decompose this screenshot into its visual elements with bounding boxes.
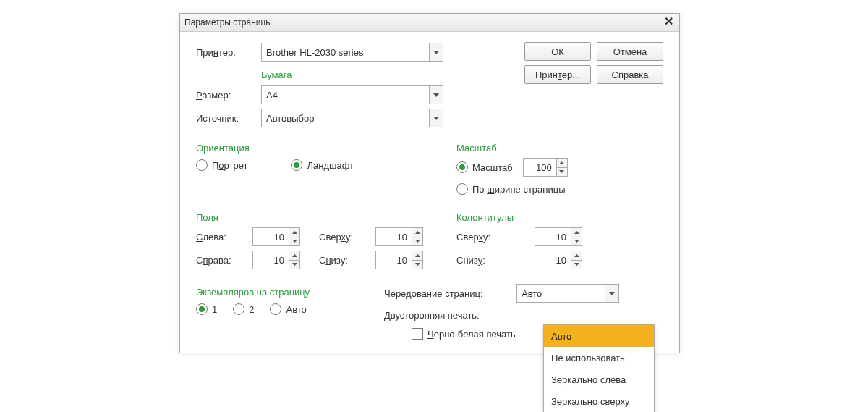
margin-right-label: Справа: [196, 255, 247, 266]
portrait-label: Портрет [212, 160, 247, 171]
help-button[interactable]: Справка [597, 65, 663, 84]
printer-value: Brother HL-2030 series [262, 43, 429, 61]
fit-width-radio[interactable]: По ширине страницы [456, 183, 566, 195]
titlebar: Параметры страницы ✕ [180, 14, 679, 32]
size-value: A4 [262, 86, 429, 104]
spin-up-icon[interactable] [571, 251, 582, 260]
size-label: Размер: [196, 90, 261, 101]
copies-2-radio[interactable]: 2 [233, 303, 254, 315]
dialog-title: Параметры страницы [184, 17, 662, 28]
spin-down-icon[interactable] [571, 237, 582, 246]
spin-down-icon[interactable] [571, 260, 582, 269]
margins-heading: Поля [196, 212, 456, 223]
dropdown-option-auto[interactable]: Авто [544, 325, 654, 347]
source-value: Автовыбор [262, 109, 429, 127]
bw-checkbox[interactable]: Черно-белая печать [412, 328, 516, 340]
alternation-value: Авто [517, 285, 605, 302]
alternation-combo[interactable]: Авто [516, 284, 619, 303]
scale-spin-up[interactable] [557, 159, 567, 167]
margin-left-label: Слева: [196, 232, 247, 243]
size-combo-dropdown[interactable] [429, 86, 443, 104]
spin-down-icon[interactable] [289, 260, 299, 269]
printer-combo-dropdown[interactable] [429, 43, 443, 61]
copies-1-radio[interactable]: 1 [196, 303, 217, 315]
printer-settings-button[interactable]: Принтер... [524, 65, 591, 84]
landscape-label: Ландшафт [307, 160, 354, 171]
orientation-landscape-radio[interactable]: Ландшафт [291, 159, 354, 171]
scale-heading: Масштаб [456, 143, 568, 154]
header-bottom-label: Снизу: [456, 255, 507, 266]
margin-right-input[interactable]: 10 [252, 251, 300, 269]
spin-up-icon[interactable] [571, 228, 582, 237]
spin-down-icon[interactable] [289, 237, 299, 246]
checkbox-box-icon [412, 328, 423, 340]
alternation-dropdown-list: Авто Не использовать Зеркально слева Зер… [543, 324, 655, 412]
scale-value: 100 [524, 159, 556, 176]
ok-button[interactable]: ОК [524, 42, 591, 61]
duplex-label: Двусторонняя печать: [384, 310, 511, 321]
copies-1-label: 1 [212, 304, 217, 315]
margin-bottom-input[interactable]: 10 [375, 251, 423, 269]
source-label: Источник: [196, 113, 261, 124]
cancel-button[interactable]: Отмена [597, 42, 663, 61]
dropdown-option-mirror-left[interactable]: Зеркально слева [544, 369, 654, 390]
spin-down-icon[interactable] [412, 260, 422, 269]
spin-up-icon[interactable] [412, 251, 422, 260]
copies-auto-label: Авто [286, 304, 306, 315]
dropdown-option-none[interactable]: Не использовать [544, 347, 654, 369]
page-setup-dialog: Параметры страницы ✕ ОК Отмена Принтер..… [179, 13, 680, 353]
spin-down-icon[interactable] [412, 237, 422, 246]
copies-auto-radio[interactable]: Авто [270, 303, 306, 315]
margin-bottom-label: Снизу: [319, 255, 370, 266]
alternation-combo-dropdown[interactable] [605, 285, 618, 302]
source-combo-dropdown[interactable] [429, 109, 443, 127]
source-combo[interactable]: Автовыбор [261, 109, 443, 127]
spin-up-icon[interactable] [289, 251, 299, 260]
spin-up-icon[interactable] [412, 228, 422, 237]
close-button[interactable]: ✕ [662, 16, 675, 29]
alternation-label: Чередование страниц: [384, 288, 511, 299]
orientation-heading: Ориентация [196, 143, 456, 154]
headers-heading: Колонтитулы [456, 212, 582, 223]
printer-combo[interactable]: Brother HL-2030 series [261, 43, 443, 62]
margin-top-label: Сверху: [319, 232, 370, 243]
fit-width-label: По ширине страницы [472, 184, 566, 195]
header-bottom-input[interactable]: 10 [535, 251, 582, 269]
margin-top-input[interactable]: 10 [375, 227, 423, 246]
orientation-portrait-radio[interactable]: Портрет [196, 159, 247, 171]
bw-label: Черно-белая печать [427, 329, 516, 340]
scale-radio[interactable]: Масштаб [456, 161, 513, 173]
size-combo[interactable]: A4 [261, 85, 443, 104]
scale-label: Масштаб [472, 162, 513, 173]
dropdown-option-mirror-top[interactable]: Зеркально сверху [544, 390, 654, 412]
margin-left-input[interactable]: 10 [252, 227, 300, 246]
header-top-label: Сверху: [456, 232, 507, 243]
spin-up-icon[interactable] [289, 228, 299, 237]
printer-label: Принтер: [196, 47, 261, 58]
copies-2-label: 2 [249, 304, 254, 315]
scale-value-input[interactable]: 100 [523, 158, 568, 177]
scale-spin-down[interactable] [557, 167, 567, 177]
copies-heading: Экземпляров на страницу [196, 287, 384, 298]
header-top-input[interactable]: 10 [535, 227, 582, 246]
